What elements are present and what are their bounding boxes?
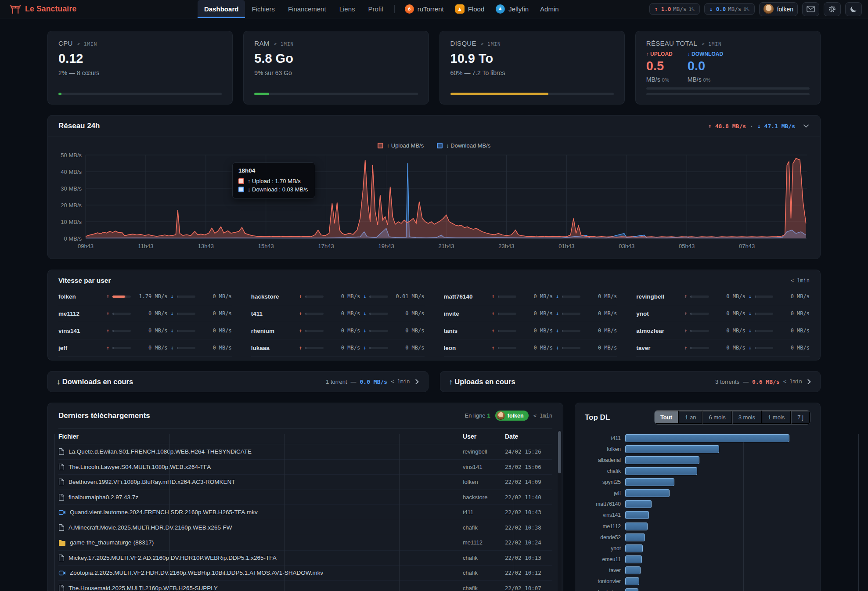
network-chart-area[interactable]: ↑ Upload MB/s ↓ Download MB/s 0 MB/s10 M… <box>48 137 820 259</box>
chevron-right-icon[interactable] <box>806 378 812 385</box>
bar[interactable] <box>625 445 719 453</box>
nav-app-jellyfin[interactable]: Jellyfin <box>490 0 534 18</box>
brand[interactable]: Le Sanctuaire <box>10 0 113 18</box>
tab-fichiers[interactable]: Fichiers <box>245 0 281 18</box>
bar-category-label: tontonvier <box>585 578 625 584</box>
download-speed-pct: 0% <box>743 7 749 12</box>
avatar <box>764 4 774 14</box>
user-speed-row-atmozfear[interactable]: atmozfear↑0 MB/s↓0 MB/s <box>636 322 810 339</box>
network-chart-svg: 0 MB/s10 MB/s20 MB/s30 MB/s40 MB/s50 MB/… <box>58 151 810 252</box>
upload-speed-value: 0 MB/s <box>327 328 360 334</box>
bar[interactable] <box>625 511 649 519</box>
bar-track <box>625 566 810 575</box>
network-download-unit: MB/s <box>688 76 702 83</box>
user-name: folken <box>58 293 103 300</box>
user-speed-row-vins141[interactable]: vins141↑0 MB/s↓0 MB/s <box>58 322 232 339</box>
bar[interactable] <box>625 478 674 486</box>
network-upload-pct: 0% <box>662 77 670 83</box>
user-menu-button[interactable]: folken <box>759 2 798 16</box>
bar[interactable] <box>625 523 648 530</box>
bar[interactable] <box>625 577 639 585</box>
user-name: hackstore <box>251 293 296 300</box>
tab-dashboard[interactable]: Dashboard <box>198 0 245 18</box>
theme-toggle-button[interactable] <box>845 2 862 16</box>
upload-arrow-icon: ↑ <box>684 328 687 334</box>
download-mini-bar <box>562 313 580 315</box>
filter-1-mois[interactable]: 1 mois <box>762 411 791 424</box>
bar[interactable] <box>625 544 643 552</box>
settings-button[interactable] <box>824 2 841 16</box>
upload-mini-bar <box>498 296 516 298</box>
user-speed-row-lukaaa[interactable]: lukaaa↑0 MB/s↓0 MB/s <box>251 339 425 357</box>
messages-button[interactable] <box>802 2 819 16</box>
user-speed-row-taver[interactable]: taver↑0 MB/s↓0 MB/s <box>636 339 810 357</box>
top-dl-bar-row-me1112: me1112 <box>585 522 810 531</box>
jellyfin-icon <box>496 4 505 14</box>
upload-arrow-icon: ↑ <box>684 310 687 317</box>
filter-1-an[interactable]: 1 an <box>679 411 702 424</box>
download-speed-value: 0 MB/s <box>198 310 232 317</box>
bar[interactable] <box>625 500 652 508</box>
bar[interactable] <box>625 489 670 497</box>
online-label: En ligne1 <box>465 412 490 419</box>
user-speed-row-folken[interactable]: folken↑1.79 MB/s↓0 MB/s <box>58 288 232 305</box>
bar-category-label: matt76140 <box>585 501 625 507</box>
uploads-in-progress-bar[interactable]: ↑ Uploads en cours 3 torrents — 0.6 MB/s… <box>440 371 821 392</box>
download-arrow-icon: ↓ <box>556 345 559 351</box>
user-name: lukaaa <box>251 345 296 351</box>
user-speed-row-ynot[interactable]: ynot↑0 MB/s↓0 MB/s <box>636 305 810 322</box>
user-speed-row-invite[interactable]: invite↑0 MB/s↓0 MB/s <box>444 305 617 322</box>
tooltip-time: 18h04 <box>238 167 308 174</box>
bar[interactable] <box>625 456 699 464</box>
user-speed-row-rhenium[interactable]: rhenium↑0 MB/s↓0 MB/s <box>251 322 425 339</box>
download-arrow-icon: ↓ <box>363 310 366 317</box>
bar[interactable] <box>625 555 642 563</box>
online-user-pill[interactable]: folken <box>495 411 529 421</box>
top-dl-bar-row-jeff: jeff <box>585 488 810 498</box>
filter-tout[interactable]: Tout <box>655 411 679 424</box>
bar[interactable] <box>625 566 641 574</box>
user-speed-row-tanis[interactable]: tanis↑0 MB/s↓0 MB/s <box>444 322 617 339</box>
disk-age: < 1MIN <box>481 41 501 47</box>
filter-7-j[interactable]: 7 j <box>791 411 810 424</box>
filter-6-mois[interactable]: 6 mois <box>702 411 732 424</box>
bar[interactable] <box>625 533 645 541</box>
svg-text:05h43: 05h43 <box>679 243 695 249</box>
user-speed-row-leon[interactable]: leon↑0 MB/s↓0 MB/s <box>444 339 617 357</box>
nav-app-rutorrent[interactable]: ruTorrent <box>399 0 450 18</box>
upload-speed-unit: MB/s <box>673 6 686 12</box>
download-arrow-icon: ↓ <box>363 328 366 334</box>
upload-speed-value: 0 MB/s <box>327 293 360 299</box>
bar-category-label: vins141 <box>585 512 625 518</box>
nav-app-flood[interactable]: Flood <box>450 0 490 18</box>
legend-upload[interactable]: ↑ Upload MB/s <box>378 142 424 149</box>
user-speed-row-revingbell[interactable]: revingbell↑0 MB/s↓0 MB/s <box>636 288 810 305</box>
downloads-in-progress-bar[interactable]: ↓ Downloads en cours 1 torrent — 0.0 MB/… <box>47 371 429 392</box>
legend-download[interactable]: ↓ Download MB/s <box>437 142 490 149</box>
tab-financement[interactable]: Financement <box>281 0 333 18</box>
user-speed-row-t411[interactable]: t411↑0 MB/s↓0 MB/s <box>251 305 425 322</box>
tab-profil[interactable]: Profil <box>361 0 389 18</box>
filter-3-mois[interactable]: 3 mois <box>732 411 762 424</box>
user-speed-row-hackstore[interactable]: hackstore↑0 MB/s↓0.01 MB/s <box>251 288 425 305</box>
moon-icon <box>850 5 857 13</box>
bar[interactable] <box>625 588 638 591</box>
chevron-right-icon[interactable] <box>414 378 420 385</box>
chevron-down-icon[interactable] <box>803 123 810 130</box>
nav-app-admin[interactable]: Admin <box>534 0 565 18</box>
tab-liens[interactable]: Liens <box>333 0 362 18</box>
user-speeds-grid: folken↑1.79 MB/s↓0 MB/shackstore↑0 MB/s↓… <box>58 288 810 357</box>
bar[interactable] <box>625 467 697 475</box>
nav-app-label: Flood <box>468 5 485 13</box>
user-speed-row-matt76140[interactable]: matt76140↑0 MB/s↓0 MB/s <box>444 288 617 305</box>
bar-category-label: t411 <box>585 435 625 441</box>
download-mini-bar <box>369 296 388 298</box>
download-speed-badge[interactable]: ↓ 0.0 MB/s 0% <box>704 3 755 15</box>
user-speed-row-me1112[interactable]: me1112↑0 MB/s↓0 MB/s <box>58 305 232 322</box>
upload-arrow-icon: ↑ <box>684 345 687 351</box>
user-speed-row-jeff[interactable]: jeff↑0 MB/s↓0 MB/s <box>58 339 232 357</box>
upload-speed-badge[interactable]: ↑ 1.0 MB/s 1% <box>649 3 700 15</box>
download-speed-value: 0 MB/s <box>583 345 617 351</box>
top-dl-bar-row-albaderial: albaderial <box>585 455 810 465</box>
bar[interactable] <box>625 434 789 442</box>
